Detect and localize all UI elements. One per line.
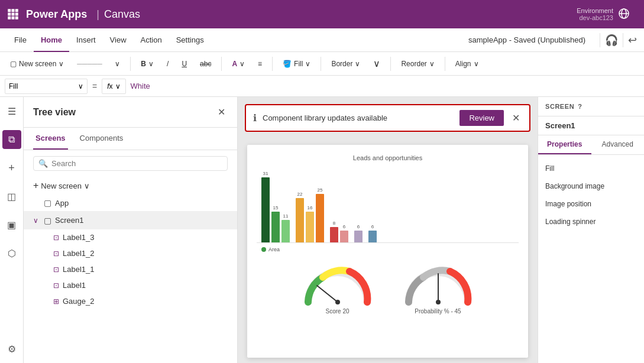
align-icon: ≡	[258, 60, 262, 68]
fx-button[interactable]: fx ∨	[102, 79, 125, 94]
italic-button[interactable]: /	[161, 57, 174, 71]
new-screen-button[interactable]: ▢ New screen ∨	[5, 57, 69, 71]
new-screen-chevron: ∨	[84, 182, 90, 190]
canvas-label: Canvas	[104, 8, 140, 21]
tree-close-button[interactable]: ✕	[215, 104, 228, 120]
properties-panel: SCREEN ? Screen1 Properties Advanced Fil…	[538, 97, 644, 363]
layers-icon[interactable]: ⧉	[2, 130, 21, 149]
properties-question-icon[interactable]: ?	[578, 103, 582, 110]
menu-view[interactable]: View	[103, 28, 134, 52]
tree-item-label1[interactable]: ⊡ Label1	[24, 277, 237, 293]
bold-button[interactable]: B ∨	[135, 57, 159, 71]
tree-item-app[interactable]: ▢ App	[24, 195, 237, 211]
gauge-prob-svg	[400, 261, 477, 308]
top-bar: Power Apps | Canvas Environment dev-abc1…	[0, 0, 644, 28]
tab-screens[interactable]: Screens	[33, 128, 68, 150]
tree-item-gauge2[interactable]: ⊞ Gauge_2	[24, 293, 237, 309]
svg-line-12	[317, 286, 338, 302]
properties-tabs: Properties Advanced	[538, 135, 644, 155]
svg-rect-4	[12, 13, 15, 16]
new-screen-label: New screen	[19, 60, 56, 68]
components-icon[interactable]: ⬡	[2, 244, 21, 262]
notification-close-icon[interactable]: ✕	[510, 110, 522, 126]
undo-icon[interactable]: ↩	[628, 34, 637, 47]
globe-icon[interactable]	[618, 8, 630, 21]
tree-item-label1-2[interactable]: ⊡ Label1_2	[24, 245, 237, 261]
property-fill[interactable]: Fill	[538, 160, 644, 177]
underline-button[interactable]: U	[176, 57, 192, 71]
menu-home[interactable]: Home	[34, 28, 69, 52]
gauges-row: Score 20	[257, 261, 519, 315]
gauge2-label: Gauge_2	[63, 297, 228, 306]
gauge-score-svg	[299, 261, 376, 308]
formula-value[interactable]: White	[131, 82, 639, 90]
chevron-down-standalone[interactable]: ∨	[368, 55, 386, 72]
main-layout: ☰ ⧉ + ◫ ▣ ⬡ ⚙ Tree view ✕ Screens Compon…	[0, 97, 644, 363]
new-screen-tree-label: New screen	[41, 182, 82, 190]
gauge-probability: Probability % - 45	[400, 261, 477, 315]
label1-label: Label1	[63, 281, 228, 290]
menu-insert[interactable]: Insert	[69, 28, 103, 52]
svg-point-13	[335, 300, 340, 304]
headset-icon[interactable]: 🎧	[605, 34, 618, 47]
media-icon[interactable]: ▣	[2, 215, 21, 234]
menu-bar: File Home Insert View Action Settings sa…	[0, 28, 644, 52]
align-right-button[interactable]: Align ∨	[450, 57, 484, 71]
tree-items-list: ▢ App ∨ ▢ Screen1 ··· ⊡ Label1_3 ⊡ Label…	[24, 195, 237, 363]
menu-action[interactable]: Action	[134, 28, 169, 52]
toolbar-divider3	[272, 57, 273, 71]
legend-label: Area	[268, 247, 280, 252]
toolbar: ▢ New screen ∨ ───── ∨ B ∨ / U abc A ∨ ≡…	[0, 52, 644, 76]
tree-view-panel: Tree view ✕ Screens Components 🔍 + New s…	[24, 97, 238, 363]
property-loading-spinner[interactable]: Loading spinner	[538, 213, 644, 231]
gauge-prob-label: Probability % - 45	[415, 308, 461, 315]
fill-button[interactable]: 🪣 Fill ∨	[277, 57, 316, 71]
add-icon[interactable]: +	[2, 158, 21, 177]
tree-header: Tree view ✕	[24, 97, 237, 128]
app-frame: Leads and opportunities 31 15	[247, 145, 528, 358]
strikethrough-button[interactable]: abc	[195, 57, 216, 71]
tab-advanced[interactable]: Advanced	[591, 135, 645, 154]
tab-properties[interactable]: Properties	[538, 135, 591, 154]
new-screen-tree-button[interactable]: + New screen ∨	[24, 177, 237, 195]
tree-item-screen1[interactable]: ∨ ▢ Screen1 ···	[24, 211, 237, 229]
review-button[interactable]: Review	[459, 110, 504, 126]
strikethrough-icon: abc	[200, 60, 211, 68]
hamburger-menu-icon[interactable]: ☰	[2, 102, 21, 121]
menu-settings[interactable]: Settings	[169, 28, 211, 52]
chevron-down3: ∨	[240, 60, 245, 68]
divider2	[623, 33, 623, 47]
environment-info: Environment dev-abc123	[577, 7, 613, 21]
canvas-area: ℹ Component library updates available Re…	[238, 97, 538, 363]
tree-item-label1-1[interactable]: ⊡ Label1_1	[24, 261, 237, 277]
equals-sign: =	[92, 82, 97, 91]
style-selector[interactable]: ───── ∨	[72, 57, 125, 71]
reorder-button[interactable]: Reorder ∨	[396, 57, 439, 71]
property-selector[interactable]: Fill ∨	[5, 79, 88, 94]
notification-info-icon: ℹ	[253, 112, 257, 124]
align-button[interactable]: ≡	[253, 57, 267, 71]
divider	[600, 33, 600, 47]
label-icon: ⊡	[53, 234, 59, 242]
property-image-position[interactable]: Image position	[538, 195, 644, 213]
toolbar-divider2	[221, 57, 222, 71]
grid-icon[interactable]	[7, 8, 19, 20]
search-input[interactable]	[51, 159, 222, 168]
border-button[interactable]: Border ∨	[326, 57, 365, 71]
tab-components[interactable]: Components	[77, 128, 126, 150]
tools-icon[interactable]: ⚙	[2, 339, 21, 358]
data-icon[interactable]: ◫	[2, 187, 21, 206]
screen-icon2: ▢	[44, 216, 51, 225]
chart-title: Leads and opportunities	[257, 154, 519, 161]
app-separator: |	[96, 8, 99, 21]
svg-rect-6	[8, 17, 11, 20]
label-icon2: ⊡	[53, 249, 59, 258]
property-background-image[interactable]: Background image	[538, 177, 644, 195]
search-box[interactable]: 🔍	[33, 156, 228, 171]
tree-item-label1-3[interactable]: ⊡ Label1_3	[24, 229, 237, 245]
menu-file[interactable]: File	[7, 28, 34, 52]
expand-icon2: ∨	[33, 216, 40, 225]
properties-section-label: SCREEN	[545, 103, 574, 110]
font-color-button[interactable]: A ∨	[226, 57, 250, 71]
new-screen-plus-icon: +	[33, 180, 38, 191]
